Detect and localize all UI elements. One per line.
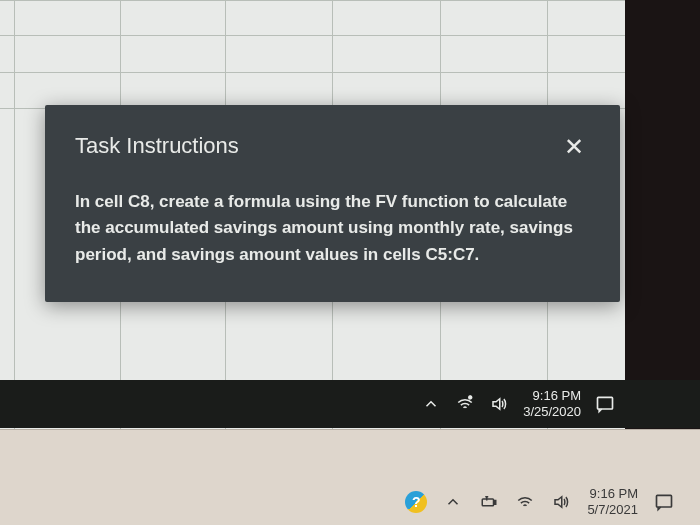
outer-system-tray: ? 9:16 PM 5/7/2021 — [405, 482, 674, 522]
modal-title: Task Instructions — [75, 133, 239, 159]
volume-icon[interactable] — [489, 394, 509, 414]
notification-icon[interactable] — [595, 394, 615, 414]
help-icon[interactable]: ? — [405, 491, 427, 513]
svg-text:*: * — [469, 395, 472, 403]
outer-taskbar: ? 9:16 PM 5/7/2021 — [0, 429, 700, 525]
wifi-icon[interactable] — [515, 492, 535, 512]
task-instructions-modal: Task Instructions ✕ In cell C8, create a… — [45, 105, 620, 302]
inner-clock[interactable]: 9:16 PM 3/25/2020 — [523, 388, 581, 421]
battery-icon[interactable] — [479, 492, 499, 512]
svg-rect-8 — [657, 495, 672, 507]
inner-clock-date: 3/25/2020 — [523, 404, 581, 420]
svg-rect-2 — [598, 397, 613, 409]
modal-body-text: In cell C8, create a formula using the F… — [75, 189, 590, 268]
svg-marker-7 — [555, 497, 562, 508]
outer-clock[interactable]: 9:16 PM 5/7/2021 — [587, 486, 638, 519]
volume-icon[interactable] — [551, 492, 571, 512]
chevron-up-icon[interactable] — [421, 394, 441, 414]
outer-clock-time: 9:16 PM — [590, 486, 638, 502]
inner-taskbar: * 9:16 PM 3/25/2020 — [0, 380, 700, 428]
svg-marker-1 — [493, 399, 500, 410]
notification-icon[interactable] — [654, 492, 674, 512]
inner-clock-time: 9:16 PM — [533, 388, 581, 404]
outer-clock-date: 5/7/2021 — [587, 502, 638, 518]
close-icon[interactable]: ✕ — [558, 133, 590, 161]
svg-rect-4 — [495, 501, 497, 505]
chevron-up-icon[interactable] — [443, 492, 463, 512]
modal-header: Task Instructions ✕ — [75, 133, 590, 161]
svg-rect-3 — [483, 499, 494, 506]
wifi-icon[interactable]: * — [455, 394, 475, 414]
